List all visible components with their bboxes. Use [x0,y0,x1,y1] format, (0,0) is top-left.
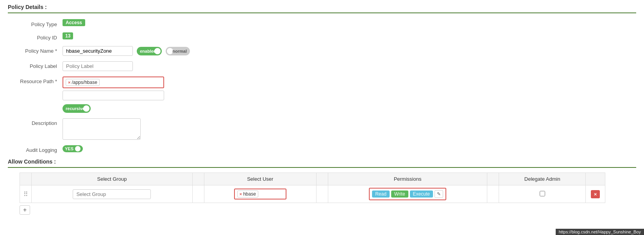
perm-write-btn[interactable]: Write [391,190,408,198]
audit-logging-toggle[interactable]: YES [63,145,83,152]
allow-conditions-header: Allow Conditions : [8,158,636,168]
delegate-admin-cell [499,185,586,203]
select-user-cell: × hbase [204,185,316,203]
table-row: ⠿ × hbase [20,185,605,203]
access-badge: Access [63,19,85,26]
perm-read-btn[interactable]: Read [372,190,390,198]
resource-tag-remove[interactable]: × [68,80,70,85]
resource-path-tag-box: × /apps/hbase [63,77,164,88]
select-group-input[interactable] [73,189,151,199]
description-label: Description [8,118,63,126]
spacer-cell-2 [316,185,328,203]
policy-label-input[interactable] [63,61,133,71]
spacer-cell-3 [487,185,499,203]
page-container: Policy Details : Policy Type Access Poli… [0,0,644,219]
user-tag-remove[interactable]: × [240,192,242,196]
policy-id-row: Policy ID 13 [8,33,636,41]
select-group-cell [32,185,193,203]
drag-handle-icon[interactable]: ⠿ [23,191,28,198]
recursive-toggle-label: recursive [64,106,86,111]
permissions-box: Read Write Execute ✎ [369,188,446,200]
recursive-toggle[interactable]: recursive [63,104,91,113]
policy-type-label: Policy Type [8,20,63,27]
audit-logging-value: YES [65,146,73,151]
col-spacer2 [316,173,328,185]
policy-label-row: Policy Label [8,61,636,71]
resource-path-input[interactable] [63,91,164,100]
action-cell: × [586,185,605,203]
perm-edit-btn[interactable]: ✎ [435,190,443,198]
drag-cell: ⠿ [20,185,32,203]
add-row-btn[interactable]: + [20,205,30,215]
perm-execute-btn[interactable]: Execute [410,190,433,198]
audit-logging-label: Audit Logging [8,145,63,153]
resource-path-row: Resource Path * × /apps/hbase recursive [8,77,636,113]
col-select-group-header: Select Group [32,173,193,185]
delete-row-btn[interactable]: × [591,190,600,198]
policy-id-badge: 13 [63,32,73,39]
allow-conditions-section: Allow Conditions : Select Group Select U… [8,158,636,215]
policy-name-input[interactable] [63,46,133,56]
conditions-table: Select Group Select User Permissions Del… [20,173,605,203]
table-header-row: Select Group Select User Permissions Del… [20,173,605,185]
policy-type-row: Policy Type Access [8,20,636,27]
col-action [586,173,605,185]
description-row: Description [8,118,636,140]
conditions-table-wrap: Select Group Select User Permissions Del… [20,173,636,215]
delegate-admin-checkbox[interactable] [540,191,545,196]
policy-name-row: Policy Name * enabled normal [8,46,636,56]
user-tag-value: hbase [243,191,256,197]
user-tag: × hbase [237,190,258,198]
resource-path-controls: × /apps/hbase recursive [63,77,164,113]
audit-logging-row: Audit Logging YES [8,145,636,153]
resource-path-label: Resource Path * [8,77,63,84]
policy-id-label: Policy ID [8,33,63,41]
col-permissions-header: Permissions [328,173,487,185]
col-select-user-header: Select User [204,173,316,185]
policy-type-value: Access [63,20,85,25]
policy-name-label: Policy Name * [8,46,63,54]
col-delegate-admin-header: Delegate Admin [499,173,586,185]
policy-id-value: 13 [63,33,73,39]
permissions-cell: Read Write Execute ✎ [328,185,487,203]
user-input[interactable] [260,191,283,197]
resource-tag-value: /apps/hbase [72,80,97,85]
resource-path-tag: × /apps/hbase [66,79,100,86]
policy-details-header: Policy Details : [8,4,636,13]
description-textarea[interactable] [63,118,141,140]
col-drag [20,173,32,185]
policy-name-controls: enabled normal [63,46,190,56]
spacer-cell-1 [192,185,204,203]
audit-toggle-knob [75,146,80,151]
recursive-toggle-wrap: recursive [63,104,164,113]
col-spacer1 [192,173,204,185]
enabled-toggle[interactable]: enabled [137,47,162,55]
normal-toggle[interactable]: normal [166,47,190,55]
policy-label-label: Policy Label [8,61,63,69]
normal-toggle-label: normal [171,49,188,53]
user-tag-box: × hbase [234,189,286,199]
enabled-toggle-label: enabled [138,49,158,53]
col-spacer3 [487,173,499,185]
